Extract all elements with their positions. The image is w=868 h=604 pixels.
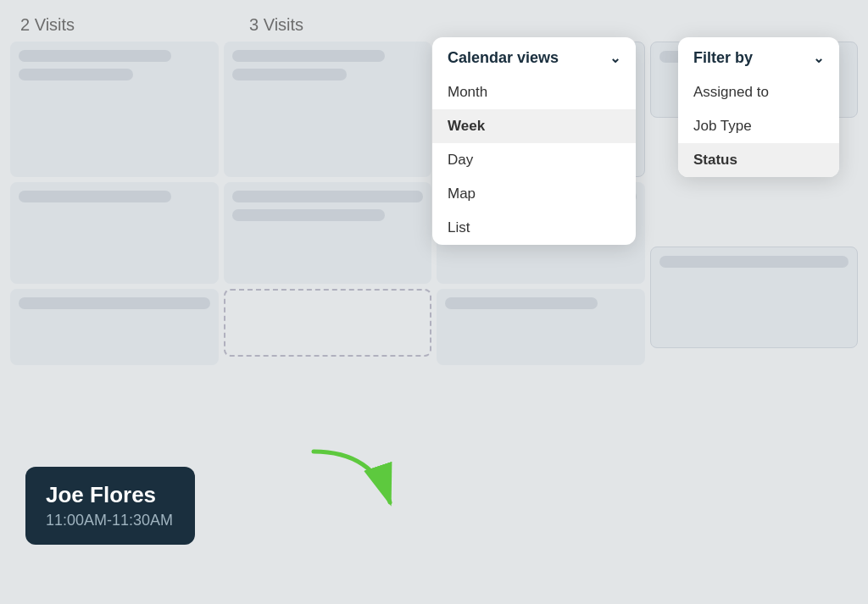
view-map[interactable]: Map: [432, 177, 636, 211]
view-day[interactable]: Day: [432, 143, 636, 177]
view-week[interactable]: Week: [432, 109, 636, 143]
filter-chevron-down-icon: ⌄: [813, 50, 824, 66]
filter-by-dropdown[interactable]: Filter by ⌄ Assigned to Job Type Status: [678, 37, 839, 177]
dropdown-title: Calendar views: [448, 49, 559, 67]
filter-dropdown-title: Filter by: [693, 49, 753, 67]
dropdown-header: Calendar views ⌄: [432, 37, 636, 75]
chevron-down-icon: ⌄: [609, 50, 620, 66]
appointment-tooltip: Joe Flores 11:00AM-11:30AM: [25, 467, 195, 545]
filter-job-type[interactable]: Job Type: [678, 109, 839, 143]
view-list[interactable]: List: [432, 211, 636, 245]
filter-dropdown-header: Filter by ⌄: [678, 37, 839, 75]
calendar-views-dropdown[interactable]: Calendar views ⌄ Month Week Day Map List: [432, 37, 636, 245]
view-month[interactable]: Month: [432, 75, 636, 109]
tooltip-time: 11:00AM-11:30AM: [46, 512, 175, 529]
filter-assigned-to[interactable]: Assigned to: [678, 75, 839, 109]
filter-status[interactable]: Status: [678, 143, 839, 177]
tooltip-name: Joe Flores: [46, 482, 175, 508]
drag-arrow-icon: [305, 443, 415, 519]
